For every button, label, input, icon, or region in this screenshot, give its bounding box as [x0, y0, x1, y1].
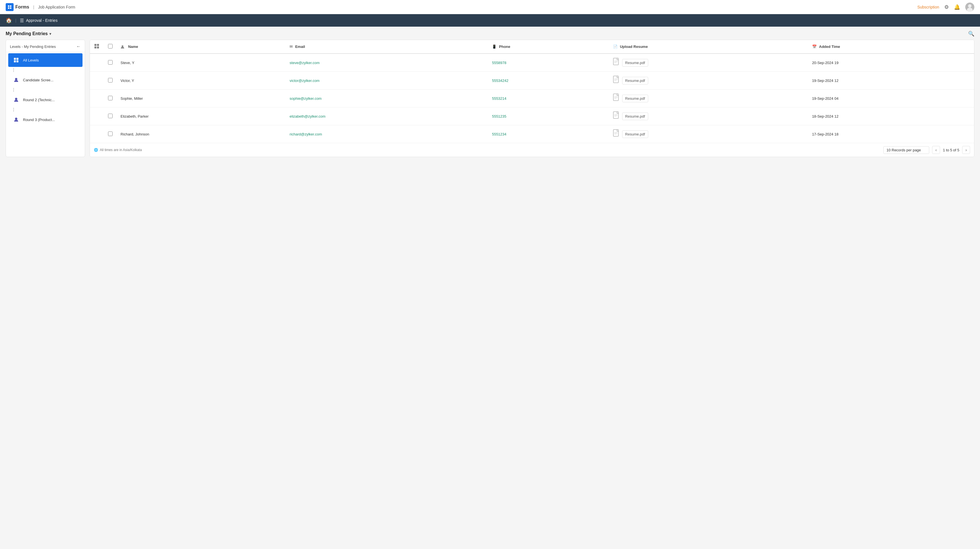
resume-file-icon: [613, 111, 620, 121]
round-2-icon: [12, 96, 20, 104]
secondary-navigation: 🏠 | ☰ Approval - Entries: [0, 14, 980, 27]
top-nav-right: Subscription ⚙ 🔔: [917, 3, 974, 12]
svg-point-5: [968, 4, 972, 8]
page-title-chevron-icon[interactable]: ▾: [49, 32, 51, 36]
row-added-time: 20-Sep-2024 19: [808, 54, 974, 72]
records-per-page-select[interactable]: 10 Records per page 25 Records per page …: [883, 146, 929, 154]
notifications-icon[interactable]: 🔔: [954, 4, 960, 10]
page-title-row: My Pending Entries ▾: [6, 31, 51, 36]
row-checkbox[interactable]: [108, 60, 113, 65]
resume-col-icon: 📄: [613, 44, 619, 49]
row-name: Elizabeth, Parker: [116, 108, 286, 125]
svg-rect-8: [16, 58, 18, 60]
svg-rect-23: [613, 76, 619, 83]
phone-col-label: Phone: [499, 44, 511, 49]
email-link[interactable]: richard@zylker.com: [290, 132, 322, 136]
row-expand-cell: [90, 125, 104, 143]
sidebar: Levels - My Pending Entries ← All Levels: [6, 40, 85, 157]
timezone-text: All times are in Asia/Kolkata: [100, 148, 142, 152]
email-link[interactable]: elizabeth@zylker.com: [290, 114, 326, 119]
approval-entries-nav[interactable]: ☰ Approval - Entries: [20, 18, 57, 23]
app-logo[interactable]: Forms: [6, 3, 29, 11]
top-nav-left: Forms | Job Application Form: [6, 3, 75, 11]
resume-filename[interactable]: Resume.pdf: [622, 130, 648, 138]
connector-2: [13, 88, 14, 92]
round-3-label: Round 3 (Product...: [23, 117, 55, 122]
settings-icon[interactable]: ⚙: [944, 4, 949, 10]
phone-link[interactable]: 5558978: [492, 61, 506, 65]
svg-rect-17: [97, 46, 99, 48]
th-grid[interactable]: [90, 40, 104, 54]
svg-rect-9: [14, 60, 16, 62]
resume-filename[interactable]: Resume.pdf: [622, 59, 648, 67]
resume-filename[interactable]: Resume.pdf: [622, 113, 648, 120]
sidebar-item-round-3[interactable]: Round 3 (Product...: [8, 113, 83, 126]
phone-link[interactable]: 55534242: [492, 78, 508, 83]
sidebar-back-icon[interactable]: ←: [76, 44, 81, 49]
phone-link[interactable]: 5551234: [492, 132, 506, 136]
phone-link[interactable]: 5551235: [492, 114, 506, 119]
sidebar-item-candidate-screen[interactable]: Candidate Scree...: [8, 73, 83, 87]
row-checkbox[interactable]: [108, 96, 113, 100]
row-added-time: 18-Sep-2024 12: [808, 108, 974, 125]
row-added-time: 19-Sep-2024 12: [808, 72, 974, 90]
svg-point-13: [15, 117, 17, 120]
breadcrumb-separator: |: [33, 5, 34, 10]
candidate-screen-icon: [12, 76, 20, 84]
data-table: Name ✉ Email 📱 Phone 📄 Upload Res: [90, 40, 974, 143]
row-resume: Resume.pdf: [609, 72, 808, 90]
home-icon[interactable]: 🏠: [6, 17, 12, 24]
row-name: Victor, Y: [116, 72, 286, 90]
email-link[interactable]: steve@zylker.com: [290, 61, 320, 65]
search-icon[interactable]: 🔍: [968, 31, 974, 37]
row-email: sophie@zylker.com: [286, 90, 488, 108]
table-footer: 🌐 All times are in Asia/Kolkata 10 Recor…: [90, 143, 974, 157]
sidebar-item-all-levels[interactable]: All Levels: [8, 53, 83, 67]
resume-file-icon: [613, 94, 620, 103]
table-row: Richard, Johnson richard@zylker.com 5551…: [90, 125, 974, 143]
email-link[interactable]: sophie@zylker.com: [290, 96, 321, 101]
svg-point-11: [15, 78, 17, 80]
row-name: Richard, Johnson: [116, 125, 286, 143]
row-checkbox[interactable]: [108, 132, 113, 136]
sidebar-title: Levels - My Pending Entries: [10, 44, 56, 49]
page-info: 1 to 5 of 5: [942, 148, 961, 152]
table-row: Victor, Y victor@zylker.com 55534242: [90, 72, 974, 90]
round-2-label: Round 2 (Technic...: [23, 98, 55, 102]
svg-rect-2: [8, 7, 10, 9]
table-row: Steve, Y steve@zylker.com 5558978: [90, 54, 974, 72]
row-email: steve@zylker.com: [286, 54, 488, 72]
row-email: victor@zylker.com: [286, 72, 488, 90]
svg-rect-10: [16, 60, 18, 62]
top-navigation: Forms | Job Application Form Subscriptio…: [0, 0, 980, 14]
th-resume: 📄 Upload Resume: [609, 40, 808, 54]
added-time-col-icon: 📅: [812, 44, 818, 49]
phone-link[interactable]: 5553214: [492, 96, 506, 101]
table-area: Name ✉ Email 📱 Phone 📄 Upload Res: [90, 40, 974, 157]
sidebar-item-round-2[interactable]: Round 2 (Technic...: [8, 93, 83, 106]
row-checkbox[interactable]: [108, 78, 113, 83]
table-wrapper: Name ✉ Email 📱 Phone 📄 Upload Res: [90, 40, 974, 143]
row-checkbox[interactable]: [108, 114, 113, 118]
timezone-info: 🌐 All times are in Asia/Kolkata: [94, 148, 142, 152]
email-link[interactable]: victor@zylker.com: [290, 78, 320, 83]
svg-rect-35: [613, 130, 619, 136]
resume-filename[interactable]: Resume.pdf: [622, 95, 648, 102]
nav-divider: |: [15, 18, 16, 23]
avatar[interactable]: [965, 3, 974, 12]
next-page-button[interactable]: ›: [962, 146, 970, 154]
row-checkbox-cell: [104, 108, 116, 125]
th-checkbox: [104, 40, 116, 54]
row-checkbox-cell: [104, 54, 116, 72]
svg-rect-27: [613, 94, 619, 101]
prev-page-button[interactable]: ‹: [932, 146, 940, 154]
records-per-page-wrapper: 10 Records per page 25 Records per page …: [883, 146, 929, 154]
phone-col-icon: 📱: [492, 44, 498, 49]
svg-rect-19: [613, 58, 619, 65]
pagination: ‹ 1 to 5 of 5 ›: [932, 146, 970, 154]
select-all-checkbox[interactable]: [108, 44, 113, 48]
resume-filename[interactable]: Resume.pdf: [622, 77, 648, 84]
row-expand-cell: [90, 72, 104, 90]
subscription-link[interactable]: Subscription: [917, 5, 939, 10]
row-checkbox-cell: [104, 125, 116, 143]
